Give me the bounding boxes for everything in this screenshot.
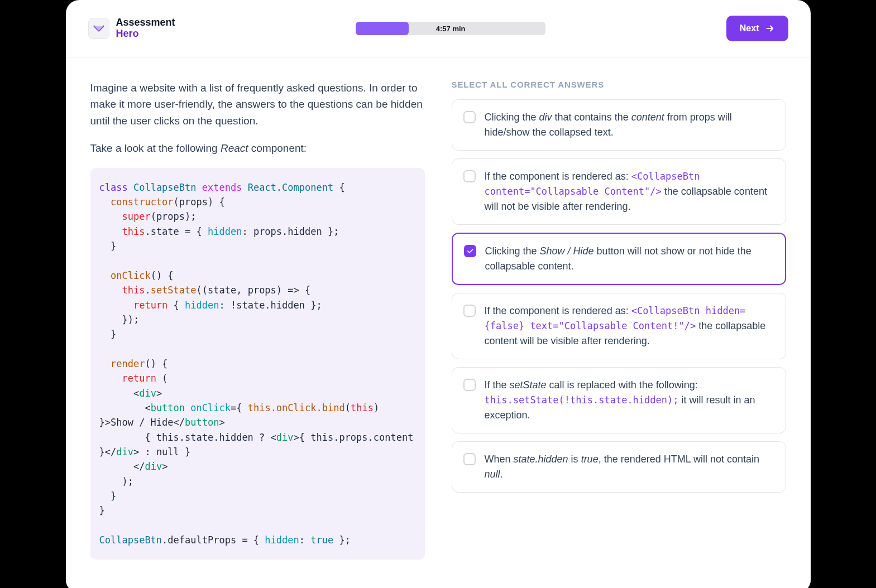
answer-option-text: Clicking the div that contains the conte…	[485, 110, 774, 140]
checkbox-icon	[464, 245, 476, 257]
answer-option-text: If the setState call is replaced with th…	[485, 378, 774, 423]
answer-option-text: If the component is rendered as: <Collap…	[485, 169, 774, 214]
content-area: Imagine a website with a list of frequen…	[66, 57, 811, 588]
app-window: Assessment Hero 4:57 min Next Imagine a …	[66, 0, 811, 588]
brand-text: Assessment Hero	[116, 17, 175, 40]
timer-wrap: 4:57 min	[175, 22, 726, 35]
next-button-label: Next	[740, 23, 759, 33]
answer-option-4[interactable]: If the setState call is replaced with th…	[452, 367, 786, 433]
prompt-para-2: Take a look at the following React compo…	[90, 140, 425, 156]
timer-bar: 4:57 min	[356, 22, 545, 35]
question-card: Imagine a website with a list of frequen…	[90, 80, 786, 560]
checkbox-icon	[463, 111, 476, 123]
timer-label: 4:57 min	[436, 25, 466, 33]
code-block: class CollapseBtn extends React.Componen…	[90, 168, 425, 560]
answer-option-5[interactable]: When state.hidden is true, the rendered …	[452, 441, 786, 493]
answer-option-1[interactable]: If the component is rendered as: <Collap…	[452, 158, 786, 225]
question-column: Imagine a website with a list of frequen…	[90, 80, 425, 560]
timer-fill	[356, 22, 409, 35]
logo-icon	[88, 18, 109, 39]
checkbox-icon	[463, 305, 476, 317]
answer-option-text: When state.hidden is true, the rendered …	[485, 452, 774, 482]
brand-line1: Assessment	[116, 17, 175, 28]
header: Assessment Hero 4:57 min Next	[66, 0, 811, 57]
answers-column: SELECT ALL CORRECT ANSWERS Clicking the …	[452, 80, 786, 560]
checkbox-icon	[463, 453, 476, 465]
answer-option-3[interactable]: If the component is rendered as: <Collap…	[452, 293, 786, 359]
checkbox-icon	[463, 379, 476, 391]
answer-option-0[interactable]: Clicking the div that contains the conte…	[452, 99, 786, 151]
brand: Assessment Hero	[88, 17, 175, 40]
next-button[interactable]: Next	[726, 16, 788, 41]
checkbox-icon	[463, 170, 476, 182]
answer-option-text: If the component is rendered as: <Collap…	[485, 303, 774, 349]
answers-title: SELECT ALL CORRECT ANSWERS	[452, 80, 786, 89]
brand-line2: Hero	[116, 28, 175, 40]
answer-option-text: Clicking the Show / Hide button will not…	[485, 244, 774, 274]
prompt-para-1: Imagine a website with a list of frequen…	[90, 80, 425, 129]
options-list: Clicking the div that contains the conte…	[452, 99, 786, 493]
answer-option-2[interactable]: Clicking the Show / Hide button will not…	[452, 233, 786, 285]
arrow-right-icon	[765, 23, 775, 33]
